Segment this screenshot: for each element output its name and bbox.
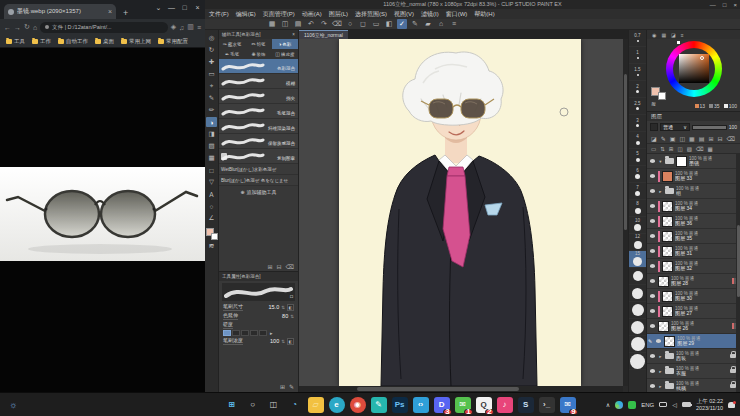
tool-icon[interactable]: ◨ xyxy=(206,129,217,139)
browser-tray-icon[interactable] xyxy=(615,401,623,409)
layer-row[interactable]: ▸ 100 % 普通 衣服 xyxy=(647,364,740,379)
tab-close-icon[interactable]: × xyxy=(108,8,112,15)
layer-visibility-toggle[interactable] xyxy=(648,249,656,253)
lock-icon[interactable]: ◘ xyxy=(290,293,293,299)
brush-size-item[interactable]: 4 xyxy=(629,132,646,149)
bookmark-folder[interactable]: 桌面 xyxy=(95,38,114,45)
brush-size-item[interactable]: 3 xyxy=(629,115,646,132)
shield-icon[interactable]: ◈ xyxy=(171,23,176,31)
layer-name[interactable]: 图层 35 xyxy=(675,236,737,242)
stepper-icon[interactable]: ⇅ xyxy=(290,314,294,319)
taskbar-app-icon[interactable]: Ps xyxy=(392,397,408,413)
duplicate-subtool-icon[interactable]: ⊟ xyxy=(276,263,281,270)
menu-icon[interactable]: ≡ xyxy=(197,24,201,31)
blend-mode-select[interactable]: 普通 ∨ xyxy=(660,123,690,131)
tool-icon[interactable]: ▦ xyxy=(206,153,217,163)
command-icon[interactable]: ▭ xyxy=(371,19,381,29)
layer-name[interactable]: 图层 34 xyxy=(675,206,737,212)
command-icon[interactable]: ◻ xyxy=(358,19,368,29)
command-icon[interactable]: ⌫ xyxy=(332,19,342,29)
subtool-group-tab[interactable]: ◫ 橡皮擦 xyxy=(272,49,298,59)
tool-icon[interactable]: ○ xyxy=(206,201,217,211)
layer-name[interactable]: 墨镜 xyxy=(689,161,737,167)
brush-size-item[interactable]: 2.5 xyxy=(629,98,646,115)
layer-thumbnail[interactable] xyxy=(664,336,675,347)
command-icon[interactable]: ✎ xyxy=(410,19,420,29)
layer-visibility-toggle[interactable] xyxy=(648,384,656,388)
clock[interactable]: 上午 02:22 2023/11/10 xyxy=(696,398,723,411)
battery-icon[interactable] xyxy=(682,402,691,407)
subtool-group-tab[interactable]: ◑ 色彩 xyxy=(272,39,298,49)
background-color-swatch[interactable] xyxy=(211,233,218,240)
layer-thumbnail[interactable] xyxy=(662,246,673,257)
taskbar-app-icon[interactable]: ✎ xyxy=(371,397,387,413)
layer-visibility-toggle[interactable] xyxy=(648,279,656,283)
layer-command-icon[interactable]: ⊞ xyxy=(669,146,674,152)
color-swatch-pair[interactable] xyxy=(206,228,218,240)
expand-caret-icon[interactable]: ▸ xyxy=(658,384,663,389)
expand-caret-icon[interactable]: ▸ xyxy=(658,369,663,374)
tool-icon[interactable]: ✚ xyxy=(206,57,217,67)
taskbar-app-icon[interactable]: ›_ xyxy=(539,397,555,413)
maximize-button[interactable]: □ xyxy=(178,1,191,14)
brush-size-item[interactable] xyxy=(629,285,646,302)
color-wheel-tab-icon[interactable]: ◉ xyxy=(652,32,656,38)
close-button[interactable]: × xyxy=(191,1,204,14)
menu-item[interactable]: 页面管理(P) xyxy=(263,10,295,19)
tool-icon[interactable]: A xyxy=(206,189,217,199)
tool-icon[interactable]: ◑ xyxy=(206,117,217,127)
taskbar-app-icon[interactable]: ◫ xyxy=(266,397,282,413)
tool-icon[interactable]: ∠ xyxy=(206,213,217,223)
brush-size-item[interactable]: 0.7 xyxy=(629,30,646,47)
widgets-weather-icon[interactable]: ☼ xyxy=(0,400,26,410)
saturation-value-square[interactable] xyxy=(679,54,709,83)
brush-size-item[interactable]: 6 xyxy=(629,166,646,183)
layer-row[interactable]: 100 % 普通 图层 36 xyxy=(647,214,740,229)
hidden-icons-chevron[interactable]: ∧ xyxy=(606,401,610,408)
menu-item[interactable]: 动画(A) xyxy=(302,10,322,19)
notification-bell-icon[interactable] xyxy=(728,402,735,408)
tool-icon[interactable]: ◎ xyxy=(206,33,217,43)
layer-name[interactable]: 衣服 xyxy=(676,371,728,377)
tool-icon[interactable]: ▨ xyxy=(206,141,217,151)
taskbar-app-icon[interactable]: ○ xyxy=(245,397,261,413)
brush-size-item[interactable]: 10 xyxy=(629,217,646,234)
layer-row[interactable]: ▸ 100 % 普通 西装 xyxy=(647,349,740,364)
brush-size-item[interactable]: 15 xyxy=(629,251,646,268)
layer-panel-icon[interactable]: ◪ xyxy=(651,135,657,142)
command-icon[interactable]: ▰ xyxy=(423,19,433,29)
brush-size-item[interactable]: 7 xyxy=(629,183,646,200)
tool-icon[interactable]: ✎ xyxy=(206,93,217,103)
layer-visibility-toggle[interactable] xyxy=(648,324,656,328)
panel-close-icon[interactable]: × xyxy=(292,32,295,37)
menu-item[interactable]: 选择范围(S) xyxy=(355,10,387,19)
canvas-tab[interactable]: 1106立绘_normal xyxy=(299,30,348,39)
bookmark-folder[interactable]: 自动工作 xyxy=(58,38,88,45)
layer-row[interactable]: ▸ 100 % 普通 组 xyxy=(647,184,740,199)
command-icon[interactable]: ◫ xyxy=(280,19,290,29)
layer-panel-tab[interactable]: 图层 xyxy=(647,112,740,121)
layer-name[interactable]: 组 xyxy=(676,191,737,197)
color-stretch-value[interactable]: 80 xyxy=(282,313,288,319)
layer-command-icon[interactable]: ▦ xyxy=(708,146,713,152)
layer-panel-icon[interactable]: ▤ xyxy=(699,135,705,142)
layer-thumbnail[interactable] xyxy=(662,231,673,242)
brush-size-item[interactable] xyxy=(629,302,646,319)
layer-row[interactable]: ✎ 100 % 普通 图层 29 xyxy=(647,334,740,349)
layer-visibility-toggle[interactable] xyxy=(648,204,656,208)
taskbar-app-icon[interactable]: ◉ xyxy=(350,397,366,413)
brush-size-item[interactable] xyxy=(629,336,646,353)
taskbar-app-icon[interactable]: Q 2 xyxy=(476,397,492,413)
subtool-group-tab[interactable]: ❋ 装饰 xyxy=(245,49,271,59)
stepper-icon[interactable]: ⇅ xyxy=(281,305,285,310)
layer-command-icon[interactable]: ▨ xyxy=(687,146,692,152)
taskbar-app-icon[interactable]: ✉ 9 xyxy=(560,397,576,413)
taskbar-app-icon[interactable]: S xyxy=(518,397,534,413)
tool-property-header[interactable]: 工具属性[色彩混合] xyxy=(219,272,298,281)
tool-icon[interactable]: □ xyxy=(206,165,217,175)
menu-item[interactable]: 窗口(W) xyxy=(446,10,468,19)
bookmark-folder[interactable]: 工具 xyxy=(6,38,25,45)
taskbar-app-icon[interactable]: ⊞ xyxy=(224,397,240,413)
brush-note-item[interactable]: WetBlur(ぼかし)水彩色混ぜ xyxy=(219,164,298,175)
address-bar[interactable]: 文件 | D:/12atan/Paint/... xyxy=(40,22,168,33)
